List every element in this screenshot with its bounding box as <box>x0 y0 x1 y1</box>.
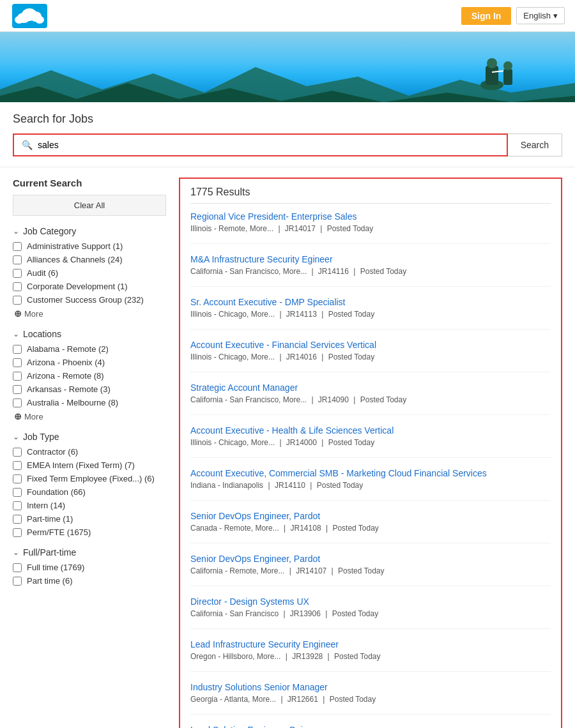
location-checkbox[interactable] <box>13 345 22 354</box>
job-type-item[interactable]: Foundation (66) <box>13 487 166 497</box>
job-type-items: Contractor (6)EMEA Intern (Fixed Term) (… <box>13 447 166 537</box>
locations-filter: ⌄ Locations Alabama - Remote (2)Arizona … <box>13 329 166 421</box>
job-category-item[interactable]: Corporate Development (1) <box>13 282 166 291</box>
location-item[interactable]: Arkansas - Remote (3) <box>13 384 166 394</box>
job-title-link[interactable]: Account Executive - Financial Services V… <box>190 340 551 350</box>
location-item[interactable]: Arizona - Remote (8) <box>13 371 166 381</box>
job-title-link[interactable]: Account Executive, Commercial SMB - Mark… <box>190 468 551 478</box>
location-item-label: Australia - Melbourne (8) <box>27 398 118 407</box>
job-separator2: | <box>321 438 325 447</box>
header: Sign In English ▾ <box>0 0 575 32</box>
language-selector[interactable]: English ▾ <box>516 7 565 24</box>
more-label-locations: More <box>24 412 43 421</box>
search-button[interactable]: Search <box>508 133 562 156</box>
job-type-item[interactable]: Contractor (6) <box>13 447 166 457</box>
job-type-item[interactable]: EMEA Intern (Fixed Term) (7) <box>13 460 166 470</box>
full-part-item[interactable]: Part time (6) <box>13 576 166 586</box>
job-category-label: Job Category <box>23 226 76 236</box>
job-listing-item: Lead Infrastructure Security Engineer Or… <box>190 639 551 672</box>
job-location: California - San Francisco, More... <box>190 395 307 404</box>
locations-header[interactable]: ⌄ Locations <box>13 329 166 339</box>
search-input[interactable] <box>38 135 499 155</box>
job-title-link[interactable]: Regional Vice President- Enterprise Sale… <box>190 211 551 222</box>
location-checkbox[interactable] <box>13 398 22 407</box>
job-type-filter: ⌄ Job Type Contractor (6)EMEA Intern (Fi… <box>13 432 166 537</box>
job-listings: Regional Vice President- Enterprise Sale… <box>190 211 551 728</box>
job-type-checkbox[interactable] <box>13 528 22 537</box>
job-listing-item: Industry Solutions Senior Manager Georgi… <box>190 682 551 715</box>
location-item-label: Alabama - Remote (2) <box>27 344 109 354</box>
job-type-item-label: Perm/FTE (1675) <box>27 527 91 537</box>
job-title-link[interactable]: M&A Infrastructure Security Egineer <box>190 254 551 264</box>
job-separator1: | <box>279 353 283 361</box>
job-meta: Illinois - Chicago, More... | JR14016 | … <box>190 353 551 361</box>
job-separator1: | <box>280 695 284 704</box>
job-title-link[interactable]: Senior DevOps Engineer, Pardot <box>190 554 551 564</box>
job-category-more[interactable]: ⊕ More <box>14 308 166 319</box>
job-type-checkbox[interactable] <box>13 501 22 510</box>
clear-all-button[interactable]: Clear All <box>13 195 166 216</box>
job-type-checkbox[interactable] <box>13 461 22 470</box>
job-id: JR13906 <box>290 609 321 618</box>
job-title-link[interactable]: Account Executive - Health & Life Scienc… <box>190 425 551 436</box>
sign-in-button[interactable]: Sign In <box>461 7 512 25</box>
job-type-item[interactable]: Intern (14) <box>13 501 166 510</box>
job-category-checkbox[interactable] <box>13 282 22 291</box>
job-posted: Posted Today <box>327 224 374 233</box>
job-title-link[interactable]: Industry Solutions Senior Manager <box>190 682 551 692</box>
job-location: Indiana - Indianapolis <box>190 481 263 490</box>
job-category-chevron-icon: ⌄ <box>13 227 19 236</box>
job-title-link[interactable]: Lead Solution Engineer- Quip <box>190 725 551 728</box>
job-type-item-label: Contractor (6) <box>27 447 78 457</box>
job-type-checkbox[interactable] <box>13 474 22 483</box>
job-type-item[interactable]: Part-time (1) <box>13 514 166 524</box>
job-category-checkbox[interactable] <box>13 269 22 278</box>
full-part-checkbox[interactable] <box>13 577 22 586</box>
job-category-header[interactable]: ⌄ Job Category <box>13 226 166 236</box>
job-type-item[interactable]: Perm/FTE (1675) <box>13 527 166 537</box>
job-type-header[interactable]: ⌄ Job Type <box>13 432 166 442</box>
full-part-header[interactable]: ⌄ Full/Part-time <box>13 547 166 557</box>
locations-more[interactable]: ⊕ More <box>14 411 166 421</box>
location-item[interactable]: Australia - Melbourne (8) <box>13 398 166 407</box>
job-category-checkbox[interactable] <box>13 242 22 251</box>
job-category-checkbox[interactable] <box>13 255 22 264</box>
sidebar: Current Search Clear All ⌄ Job Category … <box>13 178 166 728</box>
full-part-label: Full/Part-time <box>23 547 76 557</box>
job-category-item[interactable]: Alliances & Channels (24) <box>13 255 166 264</box>
job-type-checkbox[interactable] <box>13 515 22 524</box>
job-category-item[interactable]: Audit (6) <box>13 268 166 278</box>
job-separator2: | <box>323 695 326 704</box>
job-title-link[interactable]: Strategic Account Manager <box>190 383 551 393</box>
location-item[interactable]: Arizona - Phoenix (4) <box>13 358 166 367</box>
job-type-checkbox[interactable] <box>13 488 22 497</box>
job-meta: California - San Francisco | JR13906 | P… <box>190 609 551 618</box>
job-posted: Posted Today <box>338 566 385 575</box>
full-part-item[interactable]: Full time (1769) <box>13 563 166 572</box>
job-meta: Illinois - Chicago, More... | JR14113 | … <box>190 310 551 319</box>
job-title-link[interactable]: Senior DevOps Engineer, Pardot <box>190 511 551 521</box>
location-item[interactable]: Alabama - Remote (2) <box>13 344 166 354</box>
job-type-chevron-icon: ⌄ <box>13 432 19 441</box>
job-type-item[interactable]: Fixed Term Employee (Fixed...) (6) <box>13 474 166 483</box>
job-type-checkbox[interactable] <box>13 448 22 457</box>
job-category-checkbox[interactable] <box>13 296 22 305</box>
job-listing-item: Regional Vice President- Enterprise Sale… <box>190 211 551 244</box>
job-category-item[interactable]: Customer Success Group (232) <box>13 295 166 305</box>
job-category-item-label: Customer Success Group (232) <box>27 295 144 305</box>
job-id: JR14017 <box>285 224 316 233</box>
job-category-item[interactable]: Administrative Support (1) <box>13 241 166 251</box>
job-title-link[interactable]: Sr. Account Executive - DMP Specialist <box>190 297 551 307</box>
language-label: English <box>523 11 551 20</box>
job-separator1: | <box>311 395 315 404</box>
location-checkbox[interactable] <box>13 385 22 394</box>
full-part-checkbox[interactable] <box>13 563 22 572</box>
location-checkbox[interactable] <box>13 372 22 381</box>
job-title-link[interactable]: Director - Design Systems UX <box>190 596 551 607</box>
job-id: JR14108 <box>291 524 321 533</box>
page-title: Search for Jobs <box>13 112 562 126</box>
job-meta: California - San Francisco, More... | JR… <box>190 267 551 276</box>
location-checkbox[interactable] <box>13 358 22 367</box>
job-title-link[interactable]: Lead Infrastructure Security Engineer <box>190 639 551 649</box>
job-separator1: | <box>268 481 272 490</box>
